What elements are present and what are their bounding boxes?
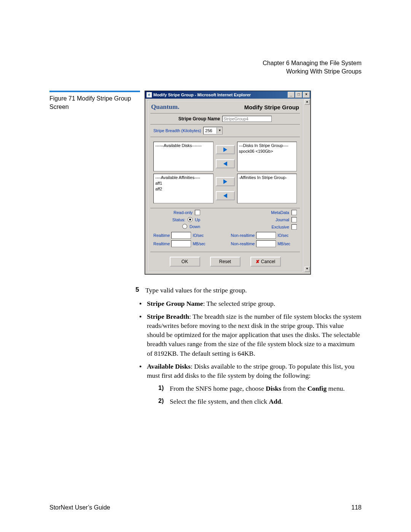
cancel-button[interactable]: ✘Cancel [250,257,281,267]
realtime-io-label: Realtime [153,233,170,238]
iosec-unit: IO/sec [193,233,204,238]
stripe-disks-header: ---Disks In Stripe Group---- [239,143,295,149]
ie-window: e Modify Stripe Group - Microsoft Intern… [145,91,311,275]
metadata-checkbox[interactable] [292,210,297,215]
ie-title-text: Modify Stripe Group - Microsoft Internet… [153,93,251,97]
remove-disk-button[interactable] [216,159,235,168]
nonrealtime-mbsec-input[interactable] [256,240,276,247]
substep-2: 2) Select the file system, and then clic… [158,397,362,406]
add-disk-button[interactable] [216,145,235,154]
arrow-right-icon [223,179,227,184]
add-affinity-button[interactable] [216,177,235,186]
step-text-5: Type valid values for the stripe group. [145,286,247,295]
stripe-disks-list[interactable]: ---Disks In Stripe Group---- spock06 <19… [237,142,297,171]
section-title: Working With Stripe Groups [49,67,362,76]
stripe-group-name-input[interactable] [222,116,272,122]
chevron-down-icon: ▼ [217,128,222,134]
chapter-title: Chapter 6 Managing the File System [49,59,362,67]
available-affinities-list[interactable]: ----Available Affinities---- aff1 aff2 [153,174,213,203]
reset-button[interactable]: Reset [210,257,241,267]
name-label: Stripe Group Name [178,116,220,121]
mbsec-unit: MB/sec [193,242,205,246]
footer-guide-name: StorNext User’s Guide [49,504,110,511]
quantum-logo: Quantum. [151,103,179,111]
down-label: Down [190,224,200,229]
figure-rule [49,91,140,92]
journal-label: Journal [263,217,289,222]
available-disks-list[interactable]: ------Available Disks------- [153,142,213,171]
breadth-label: Stripe Breadth (Kilobytes) [153,128,201,133]
arrow-right-icon [223,147,227,152]
realtime-mb-label: Realtime [153,241,170,246]
breadth-select[interactable]: 256 ▼ [203,127,223,134]
breadth-value: 256 [204,128,217,133]
close-button[interactable]: × [303,92,310,98]
stripe-affinities-header: -Affinities In Stripe Group- [239,175,295,181]
figure-caption: Figure 71 Modify Stripe Group Screen [49,94,140,111]
up-label: Up [195,217,200,222]
journal-checkbox[interactable] [292,217,297,222]
remove-affinity-button[interactable] [216,191,235,200]
readonly-label: Read-only [166,210,193,215]
instruction-list: 5 Type valid values for the stripe group… [135,286,362,406]
list-item[interactable]: spock06 <190Gb> [239,149,295,154]
realtime-mbsec-input[interactable] [171,240,191,247]
page-header: Chapter 6 Managing the File System Worki… [49,59,362,75]
ie-titlebar: e Modify Stripe Group - Microsoft Intern… [145,91,311,99]
status-label: Status: [159,217,185,222]
stripe-affinities-list[interactable]: -Affinities In Stripe Group- [237,174,297,203]
form-panel: Quantum. Modify Stripe Group Stripe Grou… [147,100,303,272]
ie-icon: e [147,92,152,97]
disks-transfer: ------Available Disks------- ---Disks In… [153,142,297,171]
list-item[interactable]: aff2 [155,186,212,192]
exclusive-checkbox[interactable] [292,224,297,230]
page-title: Modify Stripe Group [244,104,299,110]
exclusive-label: Exclusive [263,225,289,229]
nonrealtime-io-label: Non-realtime [231,233,255,238]
metadata-label: MetaData [263,210,289,215]
bullet-stripe-group-name: Stripe Group Name: The selected stripe g… [135,299,362,308]
list-item[interactable]: aff1 [155,181,212,186]
status-down-radio[interactable] [182,224,187,229]
mbsec-unit: MB/sec [277,242,290,246]
bullet-stripe-breadth: Stripe Breadth: The breadth size is the … [135,312,362,358]
bullet-available-disks: Available Disks: Disks available to the … [135,362,362,406]
status-up-radio[interactable] [188,217,193,222]
minimize-button[interactable]: _ [288,92,295,98]
nonrealtime-mb-label: Non-realtime [231,241,255,246]
ok-button[interactable]: OK [170,257,200,267]
arrow-left-icon [223,161,227,166]
readonly-checkbox[interactable] [195,210,200,215]
maximize-button[interactable]: □ [295,92,302,98]
substep-1: 1) From the SNFS home page, choose Disks… [158,384,362,393]
close-icon: ✘ [256,259,260,264]
realtime-iosec-input[interactable] [171,232,191,239]
nonrealtime-iosec-input[interactable] [256,232,276,239]
iosec-unit: IO/sec [277,233,288,238]
page-number: 118 [351,504,362,511]
affinities-transfer: ----Available Affinities---- aff1 aff2 -… [153,174,297,203]
step-number-5: 5 [135,286,140,295]
available-disks-header: ------Available Disks------- [155,143,212,149]
arrow-left-icon [223,193,227,198]
available-affinities-header: ----Available Affinities---- [155,175,212,181]
